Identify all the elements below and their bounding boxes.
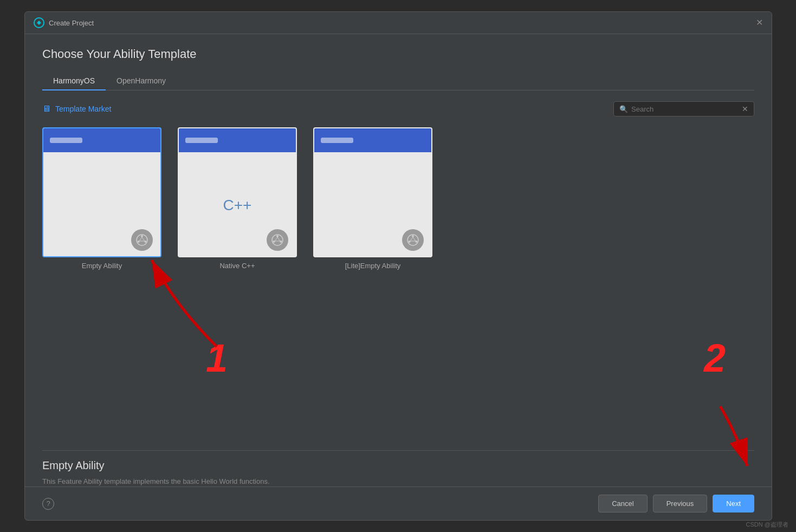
- search-box: 🔍 ✕: [613, 101, 754, 116]
- harmony-icon-2: [271, 233, 284, 246]
- tab-openharmony[interactable]: OpenHarmony: [106, 72, 177, 90]
- close-button[interactable]: ✕: [756, 18, 763, 27]
- template-card-native-cpp[interactable]: C++: [178, 127, 297, 270]
- svg-line-12: [275, 237, 277, 241]
- window-title: Create Project: [49, 19, 94, 27]
- svg-line-6: [142, 237, 145, 241]
- tab-harmonyos[interactable]: HarmonyOS: [42, 72, 106, 90]
- template-market-text: Template Market: [55, 105, 111, 113]
- svg-point-2: [141, 235, 143, 237]
- page-title: Choose Your Ability Template: [42, 47, 754, 61]
- svg-line-5: [139, 237, 142, 241]
- footer-buttons: Cancel Previous Next: [598, 495, 754, 512]
- harmony-badge-1: [131, 229, 153, 251]
- app-icon: [34, 17, 44, 28]
- description-section: Empty Ability This Feature Ability templ…: [42, 450, 754, 487]
- dialog-footer: ? Cancel Previous Next: [25, 486, 772, 520]
- template-card-empty-ability[interactable]: Empty Ability: [42, 127, 161, 270]
- template-thumbnail-2[interactable]: C++: [178, 127, 297, 257]
- next-button[interactable]: Next: [713, 495, 754, 512]
- title-bar: Create Project ✕: [25, 12, 772, 34]
- tab-bar: HarmonyOS OpenHarmony: [42, 72, 754, 90]
- svg-point-9: [276, 235, 279, 237]
- template-name-1: Empty Ability: [82, 262, 122, 270]
- previous-button[interactable]: Previous: [653, 495, 708, 512]
- search-input[interactable]: [631, 105, 739, 113]
- svg-line-20: [413, 237, 416, 241]
- help-button[interactable]: ?: [42, 498, 54, 510]
- template-market-header: 🖥 Template Market 🔍 ✕: [42, 101, 754, 116]
- description-title: Empty Ability: [42, 459, 754, 472]
- description-text: This Feature Ability template implements…: [42, 476, 754, 487]
- template-market-label: 🖥 Template Market: [42, 104, 111, 114]
- template-name-3: [Lite]Empty Ability: [345, 262, 401, 270]
- cancel-button[interactable]: Cancel: [598, 495, 647, 512]
- dialog-window: Create Project ✕ Choose Your Ability Tem…: [24, 11, 772, 521]
- template-thumbnail-1[interactable]: [42, 127, 161, 257]
- template-name-2: Native C++: [219, 262, 255, 270]
- svg-line-13: [277, 237, 280, 241]
- search-icon: 🔍: [619, 105, 628, 113]
- templates-grid: Empty Ability C++: [42, 127, 754, 270]
- harmony-badge-2: [267, 229, 288, 251]
- watermark: CSDN @盗理者: [746, 521, 788, 529]
- harmony-icon-3: [406, 233, 419, 246]
- svg-point-16: [412, 235, 414, 237]
- harmony-badge-3: [402, 229, 424, 251]
- template-thumbnail-3[interactable]: [313, 127, 432, 257]
- spacer: [42, 286, 754, 450]
- dialog-body: Choose Your Ability Template HarmonyOS O…: [25, 34, 772, 486]
- template-card-lite-empty-ability[interactable]: [Lite]Empty Ability: [313, 127, 432, 270]
- harmony-icon-1: [135, 233, 148, 246]
- market-icon: 🖥: [42, 104, 51, 114]
- search-clear-icon[interactable]: ✕: [742, 105, 748, 113]
- cpp-text: C++: [223, 197, 252, 214]
- svg-line-19: [410, 237, 413, 241]
